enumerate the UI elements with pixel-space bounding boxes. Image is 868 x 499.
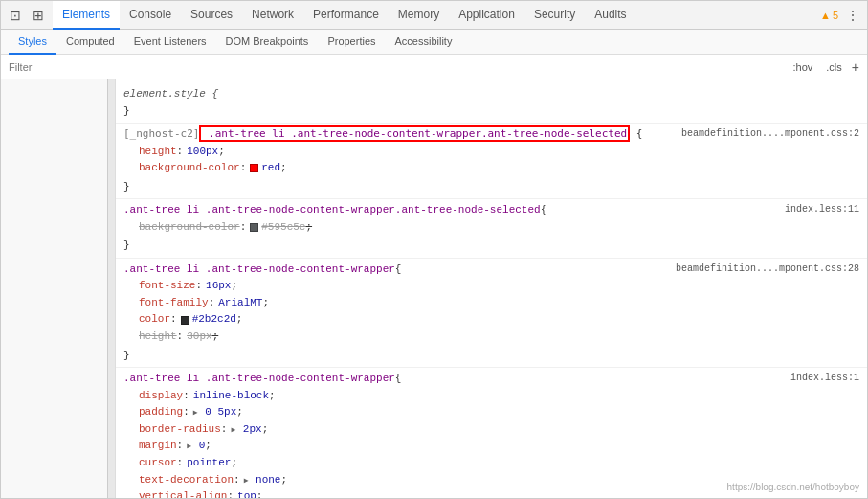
pv-fontfamily: ArialMT — [218, 295, 262, 312]
prop-fontfamily-rule3: font-family: ArialMT; — [139, 295, 859, 312]
filter-input[interactable] — [9, 61, 790, 73]
rule1-selector-line: [_nghost-c2] .ant-tree li .ant-tree-node… — [116, 125, 867, 144]
pv-fontsize: 16px — [206, 278, 231, 295]
sub-tab-dom-breakpoints[interactable]: DOM Breakpoints — [216, 30, 319, 55]
rule2-source: index.less:11 — [777, 202, 859, 216]
inspect-icon[interactable]: ⊡ — [5, 5, 26, 26]
sub-tab-computed[interactable]: Computed — [56, 30, 124, 55]
rule-element-style: element.style { } — [116, 83, 867, 124]
devtools-container: ⊡ ⊞ Elements Console Sources Network Per… — [0, 0, 868, 499]
tab-elements[interactable]: Elements — [53, 1, 120, 30]
top-tab-bar: ⊡ ⊞ Elements Console Sources Network Per… — [1, 1, 867, 30]
rule1-open-brace: { — [630, 127, 642, 140]
prop-bg-color-rule1: background-color: red ; — [139, 160, 859, 177]
warning-count: 5 — [833, 10, 838, 21]
rule4-source: index.less:1 — [783, 371, 859, 385]
rule-nghost-c2: [_nghost-c2] .ant-tree li .ant-tree-node… — [116, 124, 867, 199]
sub-tab-properties[interactable]: Properties — [318, 30, 385, 55]
prop-value-height: 100px — [187, 144, 218, 161]
rule3-body: font-size: 16px; font-family: ArialMT; c… — [116, 278, 867, 347]
tab-application[interactable]: Application — [449, 1, 524, 30]
border-radius-expand-icon[interactable]: ▶ — [231, 425, 235, 434]
pn-fontsize: font-size — [139, 278, 195, 295]
color-swatch-2b2c2d[interactable] — [181, 316, 189, 325]
pv-cursor: pointer — [187, 455, 231, 472]
color-swatch-red[interactable] — [250, 164, 258, 172]
rule-ant-content-wrapper-1: .ant-tree li .ant-tree-node-content-wrap… — [116, 259, 867, 368]
rule3-source: beamdefinition....mponent.css:28 — [668, 261, 859, 276]
pv-display: inline-block — [193, 388, 269, 405]
sub-tab-accessibility[interactable]: Accessibility — [386, 30, 462, 55]
tab-network[interactable]: Network — [242, 1, 303, 30]
sub-tab-event-listeners[interactable]: Event Listeners — [124, 30, 216, 55]
device-icon[interactable]: ⊞ — [28, 5, 49, 26]
pv-color-r3: #2b2c2d — [181, 311, 236, 329]
devtools-icons: ⊡ ⊞ — [5, 5, 49, 26]
element-style-selector: element.style { — [123, 86, 218, 102]
pn-textdecoration: text-decoration — [139, 472, 234, 489]
prop-margin-r4: margin: ▶ 0; — [139, 438, 859, 455]
styles-panel: element.style { } [_nghost-c2] .ant-tree… — [116, 79, 867, 498]
rule1-selector-prefix: [_nghost-c2] — [123, 127, 199, 140]
rule3-selector-line: .ant-tree li .ant-tree-node-content-wrap… — [116, 261, 867, 279]
pv-verticalalign: top — [237, 488, 256, 498]
tab-audits[interactable]: Audits — [585, 1, 635, 30]
prop-height-rule1: height: 100px; — [139, 144, 859, 161]
elements-tree-panel — [1, 79, 116, 498]
watermark: https://blog.csdn.net/hotboyboy — [727, 482, 859, 492]
rule2-close: } — [116, 238, 867, 256]
tab-console[interactable]: Console — [120, 1, 181, 30]
warning-icon: ▲ — [820, 10, 831, 21]
prop-height-rule3: height: 30px; — [139, 329, 859, 346]
margin-expand-icon[interactable]: ▶ — [187, 442, 191, 450]
pv-padding: ▶ 0 5px — [193, 404, 236, 421]
warning-badge[interactable]: ▲ 5 — [820, 10, 838, 21]
sub-tab-styles[interactable]: Styles — [9, 30, 56, 55]
rule2-selector-line: .ant-tree li .ant-tree-node-content-wrap… — [116, 201, 867, 219]
rule1-close: } — [116, 179, 867, 197]
pn-fontfamily: font-family — [139, 295, 209, 312]
rule1-body: height: 100px; background-color: red ; — [116, 144, 867, 179]
rule1-selector-highlight-box: .ant-tree li .ant-tree-node-content-wrap… — [199, 125, 630, 142]
tab-performance[interactable]: Performance — [303, 1, 389, 30]
prop-name-bg: background-color — [139, 160, 240, 177]
rule4-selector: .ant-tree li .ant-tree-node-content-wrap… — [123, 371, 395, 387]
rule4-selector-line: .ant-tree li .ant-tree-node-content-wrap… — [116, 370, 867, 388]
add-rule-button[interactable]: + — [852, 59, 859, 75]
rule-ant-selected: .ant-tree li .ant-tree-node-content-wrap… — [116, 199, 867, 259]
color-swatch-595c5e[interactable] — [250, 223, 258, 232]
pn-display: display — [139, 388, 183, 405]
prop-display-r4: display: inline-block; — [139, 388, 859, 405]
more-options-icon[interactable]: ⋮ — [842, 5, 863, 26]
prop-value-bg-rule2: #595c5e — [250, 219, 305, 237]
padding-expand-icon[interactable]: ▶ — [193, 408, 198, 417]
rule-element-style-selector-line: element.style { — [116, 85, 867, 103]
prop-name-height: height — [139, 144, 177, 161]
prop-borderradius-r4: border-radius: ▶ 2px; — [139, 421, 859, 439]
rule3-close: } — [116, 348, 867, 366]
prop-fontsize-rule3: font-size: 16px; — [139, 278, 859, 295]
prop-padding-r4: padding: ▶ 0 5px; — [139, 404, 859, 421]
pn-color-r3: color — [139, 311, 170, 329]
textdecoration-expand-icon[interactable]: ▶ — [244, 476, 249, 485]
pv-textdecoration: ▶ none — [244, 472, 281, 489]
rule-ant-content-wrapper-2: .ant-tree li .ant-tree-node-content-wrap… — [116, 368, 867, 498]
tab-sources[interactable]: Sources — [181, 1, 242, 30]
tab-memory[interactable]: Memory — [389, 1, 449, 30]
rule2-selector: .ant-tree li .ant-tree-node-content-wrap… — [123, 202, 541, 218]
prop-bg-rule2: background-color: #595c5e ; — [139, 219, 859, 237]
prop-value-bg: red — [250, 160, 280, 177]
tab-security[interactable]: Security — [524, 1, 585, 30]
hov-button[interactable]: :hov — [790, 59, 817, 75]
filter-bar: :hov .cls + — [1, 55, 867, 79]
prop-name-bg-rule2: background-color — [139, 219, 240, 237]
pn-verticalalign: vertical-align — [139, 488, 227, 498]
rule3-selector: .ant-tree li .ant-tree-node-content-wrap… — [123, 261, 395, 278]
rule1-source: beamdefinition....mponent.css:2 — [674, 126, 859, 141]
css-rules-panel: element.style { } [_nghost-c2] .ant-tree… — [116, 79, 867, 498]
prop-color-rule3: color: #2b2c2d ; — [139, 311, 859, 329]
pv-margin: ▶ 0 — [187, 438, 205, 455]
pn-margin: margin — [139, 438, 177, 455]
prop-cursor-r4: cursor: pointer; — [139, 455, 859, 472]
cls-button[interactable]: .cls — [822, 59, 846, 75]
